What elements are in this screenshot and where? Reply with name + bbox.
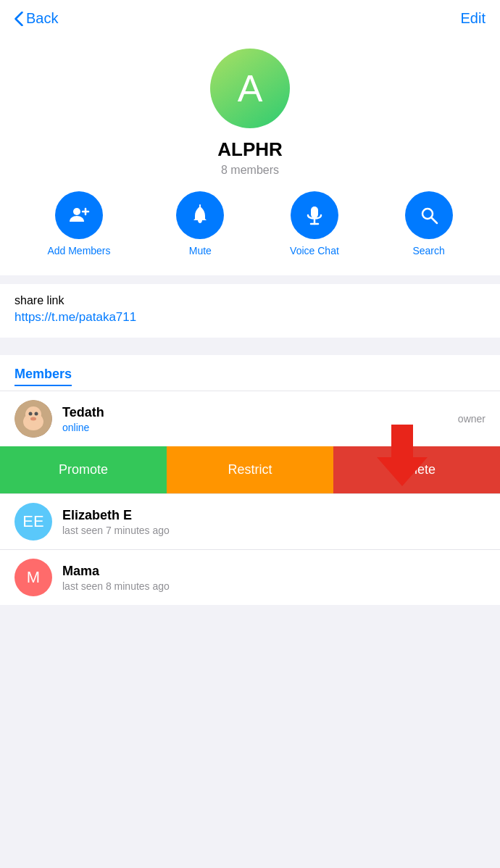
member-info-mama: Mama last seen 8 minutes ago — [62, 564, 486, 592]
svg-marker-16 — [377, 425, 428, 486]
avatar-letter: A — [238, 67, 263, 110]
mute-button[interactable]: Mute — [176, 191, 224, 256]
group-name: ALPHR — [217, 138, 283, 161]
member-avatar-mama: M — [14, 559, 52, 596]
svg-point-12 — [29, 412, 33, 416]
voice-chat-button[interactable]: Voice Chat — [290, 191, 339, 256]
member-row-elizabeth[interactable]: EE Elizabeth E last seen 7 minutes ago — [0, 493, 500, 549]
search-icon-circle — [405, 191, 453, 239]
search-icon — [418, 204, 440, 226]
group-members-count: 8 members — [221, 164, 279, 177]
svg-point-0 — [73, 208, 80, 215]
tedath-avatar-img — [14, 400, 52, 438]
restrict-label: Restrict — [228, 462, 272, 477]
voice-chat-icon-circle — [291, 191, 338, 239]
voice-chat-label: Voice Chat — [290, 245, 339, 256]
member-info-elizabeth: Elizabeth E last seen 7 minutes ago — [62, 508, 486, 536]
share-link-section: share link https://t.me/pataka711 — [0, 284, 500, 338]
svg-rect-4 — [311, 206, 318, 218]
member-status-elizabeth: last seen 7 minutes ago — [62, 525, 486, 536]
search-label: Search — [412, 245, 444, 256]
mute-icon-circle — [176, 191, 224, 239]
member-avatar-tedath — [14, 400, 52, 438]
promote-button[interactable]: Promote — [0, 446, 167, 493]
back-button[interactable]: Back — [14, 10, 58, 27]
mute-label: Mute — [189, 245, 212, 256]
member-avatar-elizabeth: EE — [14, 503, 52, 541]
members-header: Members — [0, 355, 500, 391]
member-name-tedath: Tedath — [62, 405, 458, 420]
members-section: Members Tedath online owner — [0, 355, 500, 605]
divider-2 — [0, 338, 500, 346]
members-title: Members — [14, 367, 72, 386]
restrict-button[interactable]: Restrict — [167, 446, 333, 493]
add-members-button[interactable]: Add Members — [47, 191, 110, 256]
bell-icon — [189, 204, 211, 226]
actions-section: Add Members Mute Voice Ch — [14, 191, 486, 256]
svg-point-14 — [30, 417, 36, 421]
member-name-mama: Mama — [62, 564, 486, 579]
svg-point-13 — [35, 412, 38, 416]
member-row-mama[interactable]: M Mama last seen 8 minutes ago — [0, 549, 500, 605]
add-member-icon — [68, 204, 90, 226]
divider-1 — [0, 275, 500, 284]
share-link-label: share link — [14, 294, 486, 307]
add-members-label: Add Members — [47, 245, 110, 256]
edit-label: Edit — [461, 10, 486, 26]
promote-label: Promote — [59, 462, 108, 477]
member-name-elizabeth: Elizabeth E — [62, 508, 486, 523]
edit-button[interactable]: Edit — [461, 10, 486, 27]
share-link-url[interactable]: https://t.me/pataka711 — [14, 310, 486, 325]
member-status-mama: last seen 8 minutes ago — [62, 580, 486, 592]
group-avatar: A — [210, 49, 290, 128]
add-members-icon-circle — [55, 191, 103, 239]
top-nav: Back Edit — [0, 0, 500, 34]
search-button[interactable]: Search — [405, 191, 453, 256]
member-badge-tedath: owner — [458, 413, 486, 425]
red-arrow-icon — [377, 425, 435, 490]
profile-section: A ALPHR 8 members Add Members — [0, 34, 500, 275]
microphone-icon — [304, 204, 325, 226]
back-label: Back — [26, 10, 58, 27]
svg-line-8 — [431, 218, 437, 224]
